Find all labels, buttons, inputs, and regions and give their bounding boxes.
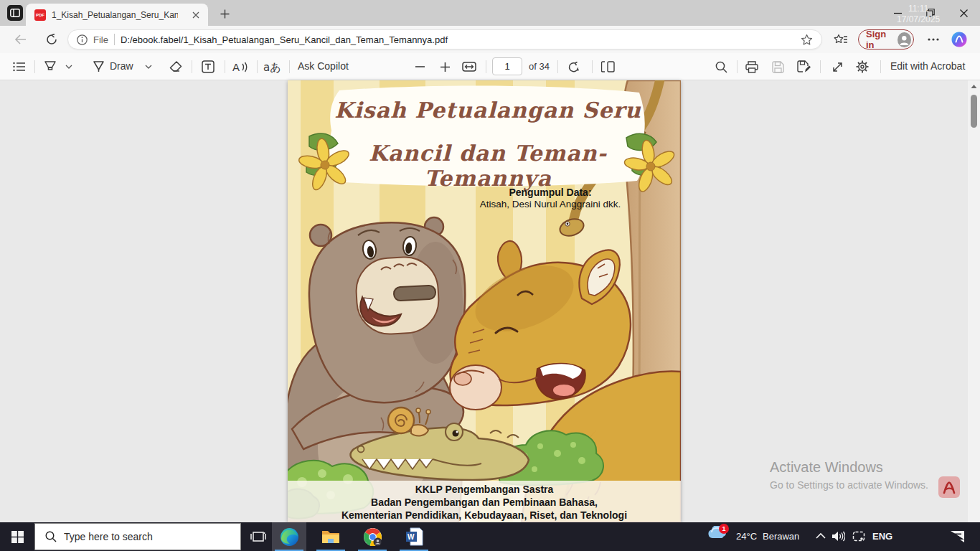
edge-logo-icon [280, 527, 299, 547]
clock[interactable]: 11:11 17/07/2025 [897, 4, 940, 25]
settings-gear-icon[interactable] [852, 56, 873, 77]
divider [737, 60, 738, 73]
draw-pen-icon[interactable] [88, 56, 109, 77]
windows-logo-icon [11, 531, 24, 543]
draw-label[interactable]: Draw [110, 53, 133, 80]
sign-in-label: Sign in [866, 29, 893, 50]
add-text-icon[interactable] [197, 56, 219, 77]
translate-icon[interactable]: aあ [263, 56, 284, 77]
taskbar-search[interactable] [34, 523, 241, 550]
copilot-icon[interactable] [951, 31, 968, 48]
page-number-input[interactable] [492, 57, 522, 75]
tab-title: 1_Kisah_Petualangan_Seru_Kancil_ [52, 10, 178, 20]
save-as-icon[interactable] [793, 56, 814, 77]
publisher-line1: KKLP Pengembangan Sastra [288, 483, 681, 496]
divider [114, 34, 115, 45]
publisher-line3: Kementerian Pendidikan, Kebudayaan, Rise… [288, 509, 681, 522]
taskbar-chrome-button[interactable] [355, 522, 390, 551]
ask-copilot-button[interactable]: Ask Copilot [298, 53, 349, 80]
clock-date: 17/07/2025 [897, 14, 940, 25]
table-of-contents-icon[interactable] [9, 56, 30, 77]
search-document-icon[interactable] [710, 56, 732, 77]
clock-time: 11:11 [897, 4, 940, 14]
task-view-button[interactable] [241, 522, 275, 551]
pdf-file-icon: PDF [34, 9, 46, 21]
divider [225, 60, 225, 73]
taskbar-word-button[interactable]: W [397, 522, 431, 551]
svg-text:A: A [232, 61, 240, 73]
taskbar-edge-button[interactable] [272, 522, 306, 551]
rotate-icon[interactable] [562, 56, 584, 77]
zoom-in-icon[interactable] [434, 56, 456, 77]
weather-notification-badge: 1 [719, 524, 729, 534]
refresh-icon[interactable] [43, 31, 60, 48]
divider [289, 60, 290, 73]
data-collector-block: Pengumpul Data: Atisah, Desi Nurul Anggr… [443, 187, 658, 210]
draw-dropdown-chevron-icon[interactable] [138, 56, 159, 77]
read-aloud-icon[interactable]: A [230, 56, 251, 77]
scrollbar-thumb[interactable] [971, 95, 977, 128]
volume-icon[interactable] [831, 531, 845, 542]
new-tab-button[interactable] [217, 6, 232, 21]
acrobat-logo-icon [941, 480, 957, 494]
chrome-logo-icon [363, 527, 382, 547]
divider [192, 60, 192, 73]
eraser-icon[interactable] [165, 56, 187, 77]
browser-navbar: File D:/ebook.fabel/1_Kisah_Petualangan_… [0, 26, 980, 53]
pdf-toolbar: Draw A aあ Ask Copilot of 34 [0, 53, 980, 80]
favorite-star-icon[interactable] [801, 34, 813, 46]
vertical-scrollbar[interactable] [968, 80, 980, 522]
fullscreen-icon[interactable] [826, 56, 848, 77]
address-bar[interactable]: File D:/ebook.fabel/1_Kisah_Petualangan_… [67, 29, 822, 50]
acrobat-floating-button[interactable] [938, 476, 960, 498]
collector-names: Atisah, Desi Nurul Anggraini dkk. [480, 199, 621, 209]
scroll-up-icon[interactable] [971, 84, 977, 89]
activate-windows-watermark: Activate Windows [770, 459, 883, 476]
tab-close-icon[interactable] [189, 9, 202, 22]
protocol-label: File [93, 34, 108, 45]
info-icon[interactable] [77, 34, 88, 45]
close-button[interactable] [947, 0, 980, 26]
fit-to-width-icon[interactable] [458, 56, 480, 77]
tab-actions-menu-icon[interactable] [7, 5, 23, 21]
search-input[interactable] [64, 531, 222, 542]
language-indicator[interactable]: ENG [872, 522, 892, 551]
browser-titlebar: PDF 1_Kisah_Petualangan_Seru_Kancil_ [0, 0, 980, 26]
sign-in-button[interactable]: Sign in [858, 29, 914, 50]
book-title-line2: Kancil dan Teman-Temannya [326, 141, 649, 191]
divider [257, 60, 258, 73]
divider [592, 60, 593, 73]
save-icon-disabled [767, 56, 788, 77]
divider [820, 60, 821, 73]
hidden-icons-chevron-icon[interactable] [816, 532, 826, 539]
zoom-out-icon[interactable] [409, 56, 430, 77]
url-text[interactable]: D:/ebook.fabel/1_Kisah_Petualangan_Seru_… [121, 34, 795, 45]
task-view-icon [250, 529, 266, 544]
pdf-page[interactable]: Kisah Petualangan Seru Kancil dan Teman-… [288, 80, 681, 522]
page-view-icon[interactable] [597, 56, 618, 77]
tray-cast-icon[interactable] [852, 531, 865, 542]
publisher-block: KKLP Pengembangan Sastra Badan Pengemban… [288, 483, 681, 522]
profile-avatar-icon [897, 32, 911, 47]
activate-windows-subtext: Go to Settings to activate Windows. [770, 479, 928, 491]
start-button[interactable] [0, 522, 34, 551]
weather-temperature[interactable]: 24°C [736, 522, 757, 551]
divider [486, 60, 486, 73]
edit-with-acrobat-button[interactable]: Edit with Acrobat [890, 53, 965, 80]
taskbar-file-explorer-button[interactable] [314, 522, 348, 551]
pdf-viewer: Kisah Petualangan Seru Kancil dan Teman-… [0, 80, 980, 522]
divider [557, 60, 558, 73]
back-icon[interactable] [11, 31, 29, 48]
divider [34, 60, 35, 73]
book-title-line1: Kisah Petualangan Seru [326, 98, 649, 123]
favorites-list-icon[interactable] [832, 31, 849, 48]
action-center-icon[interactable] [950, 530, 965, 543]
page-count-label: of 34 [529, 53, 550, 80]
weather-condition[interactable]: Berawan [763, 522, 799, 551]
settings-more-icon[interactable] [925, 31, 942, 48]
highlighter-dropdown-chevron-icon[interactable] [58, 56, 80, 77]
collector-label: Pengumpul Data: [509, 187, 591, 198]
print-icon[interactable] [741, 56, 763, 77]
file-explorer-icon [321, 529, 340, 545]
browser-tab[interactable]: PDF 1_Kisah_Petualangan_Seru_Kancil_ [26, 4, 208, 26]
